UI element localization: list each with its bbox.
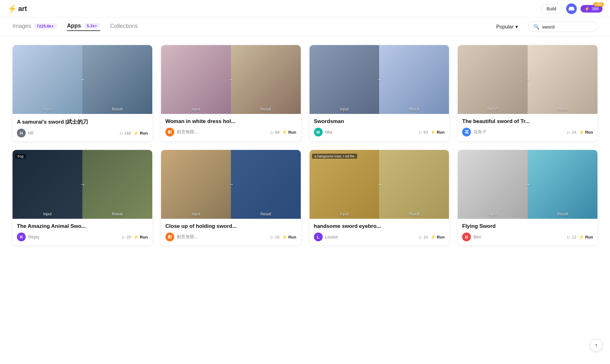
card-item[interactable]: Input → Result Swordsman M Mia ▷ 93 ⚡ Ru… [310,45,449,141]
energy-button[interactable]: +450 ⚡ 388 [581,5,602,13]
card-image-input: Input [161,150,231,219]
play-icon: ▷ [419,235,422,239]
card-image-input: Input [458,150,528,219]
run-count-value: 24 [572,130,576,135]
card-image: Input → Result [161,45,301,114]
run-icon: ⚡ [282,235,287,239]
card-content: Close up of holding sword... 創 創意無限... ▷… [161,219,301,245]
card-input-label: Input [340,107,349,111]
search-icon: 🔍 [533,24,540,30]
card-image-input: frog Input [13,150,82,219]
logo[interactable]: ⚡ art [8,4,27,13]
nav-tabs: Images 7225.6k+ Apps 5.1k+ Collections P… [0,18,610,36]
run-button[interactable]: ⚡ Run [133,235,148,239]
card-meta: H HF ▷ 168 ⚡ Run [17,129,148,137]
play-icon: ▷ [271,235,274,239]
card-item[interactable]: Input → Result Close up of holding sword… [161,150,301,245]
header-right: Build +450 ⚡ 388 [541,3,603,14]
run-count: ▷ 16 [419,235,428,239]
card-image: Input → Result [458,150,597,219]
discord-button[interactable] [566,3,577,14]
search-box: 🔍 [528,22,597,32]
play-icon: ▷ [567,235,571,239]
card-image-result: Result [82,150,152,219]
main-grid-container: Input → Result A samurai's sword |武士的刀 H… [0,36,610,254]
run-button[interactable]: ⚡ Run [430,235,445,239]
run-button[interactable]: ⚡ Run [133,131,148,136]
card-image-input: Input [161,45,231,114]
card-item[interactable]: INPUT → Result The beautiful sword of Tr… [458,45,597,141]
card-image: frog Input → Result [13,150,152,219]
card-image-result: Result [528,150,597,219]
sort-button[interactable]: Popular ▾ [496,24,518,30]
card-content: handsome sword eyebro... L Louise ▷ 16 ⚡… [310,219,449,245]
card-title: Flying Sword [462,223,593,229]
card-item[interactable]: a hangsome man, r ed the Input → Result … [310,150,449,245]
arrow-right-icon: → [525,181,530,188]
search-input[interactable] [542,24,592,29]
card-image: Input → Result [310,45,449,114]
card-content: A samurai's sword |武士的刀 H HF ▷ 168 ⚡ Run [13,114,152,141]
card-image-result: Result [82,45,152,114]
author-name: Ben [473,234,565,239]
run-button[interactable]: ⚡ Run [282,235,296,239]
card-image-result: Result [231,150,301,219]
tab-images[interactable]: Images 7225.6k+ [13,23,57,31]
author-avatar: B [462,233,471,241]
card-image-input: Input [13,45,82,114]
run-count-value: 98 [275,130,279,135]
card-image-result: Result [528,45,597,114]
card-image: Input → Result [13,45,152,114]
author-avatar: M [314,128,323,136]
card-item[interactable]: frog Input → Result The Amazing Animal S… [13,150,152,245]
run-count: ▷ 12 [567,235,576,239]
tab-apps[interactable]: Apps 5.1k+ [67,23,100,31]
card-meta: 花 花鱼子 ▷ 24 ⚡ Run [462,128,593,136]
card-image: INPUT → Result [458,45,597,114]
run-button[interactable]: ⚡ Run [430,130,445,135]
author-avatar: R [17,233,26,241]
card-overlay-text: frog [15,154,26,159]
card-image-input: Input [310,45,379,114]
card-item[interactable]: Input → Result Woman in white dress hol.… [161,45,301,141]
energy-badge: +450 [593,3,604,7]
energy-icon: ⚡ [584,6,590,11]
card-image: a hangsome man, r ed the Input → Result [310,150,449,219]
build-button[interactable]: Build [541,4,562,13]
run-icon: ⚡ [579,235,584,239]
card-result-label: Result [112,212,123,216]
author-name: Mia [325,130,417,135]
run-icon: ⚡ [133,235,138,239]
card-image-result: Result [379,45,449,114]
run-label: Run [288,235,296,239]
run-count-value: 12 [572,235,576,239]
author-name: Rejay [28,234,120,239]
card-input-label: Input [43,212,52,216]
run-count: ▷ 98 [271,130,279,135]
run-count: ▷ 93 [419,130,428,135]
tab-apps-label: Apps [67,23,81,29]
run-count-value: 16 [424,235,428,239]
card-result-label: Result [260,212,271,216]
author-avatar: L [314,233,323,241]
card-meta: L Louise ▷ 16 ⚡ Run [314,233,445,241]
arrow-right-icon: → [228,181,234,188]
tab-images-label: Images [13,23,31,29]
run-button[interactable]: ⚡ Run [579,130,593,135]
card-item[interactable]: Input → Result A samurai's sword |武士的刀 H… [13,45,152,141]
run-count: ▷ 168 [120,131,131,136]
author-avatar: H [17,129,26,137]
run-button[interactable]: ⚡ Run [282,130,296,135]
card-title: handsome sword eyebro... [314,223,445,229]
run-count: ▷ 24 [567,130,576,135]
card-content: The beautiful sword of Tr... 花 花鱼子 ▷ 24 … [458,114,597,140]
card-item[interactable]: Input → Result Flying Sword B Ben ▷ 12 ⚡… [458,150,597,245]
run-label: Run [437,130,445,135]
card-meta: 創 創意無限... ▷ 98 ⚡ Run [165,128,296,136]
run-label: Run [437,235,445,239]
run-icon: ⚡ [579,130,584,135]
tab-collections[interactable]: Collections [110,23,138,31]
run-button[interactable]: ⚡ Run [579,235,593,239]
card-input-label: Input [192,107,200,111]
card-overlay-text: a hangsome man, r ed the [312,154,357,159]
